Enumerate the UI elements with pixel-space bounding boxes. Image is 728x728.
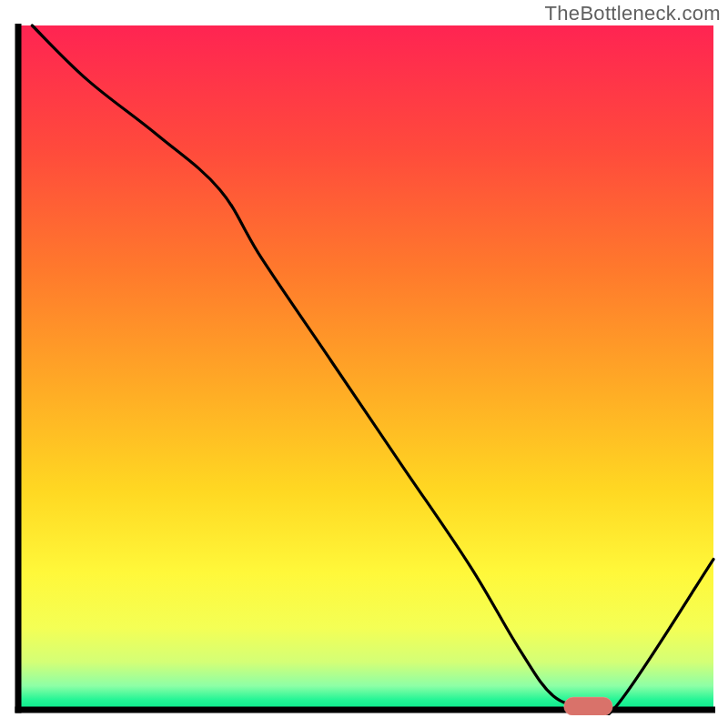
optimal-marker (564, 697, 612, 715)
watermark-text: TheBottleneck.com (545, 2, 721, 25)
chart-svg (13, 24, 715, 715)
gradient-background (18, 25, 713, 710)
chart-stage: TheBottleneck.com (0, 0, 728, 728)
plot-area (13, 24, 715, 715)
